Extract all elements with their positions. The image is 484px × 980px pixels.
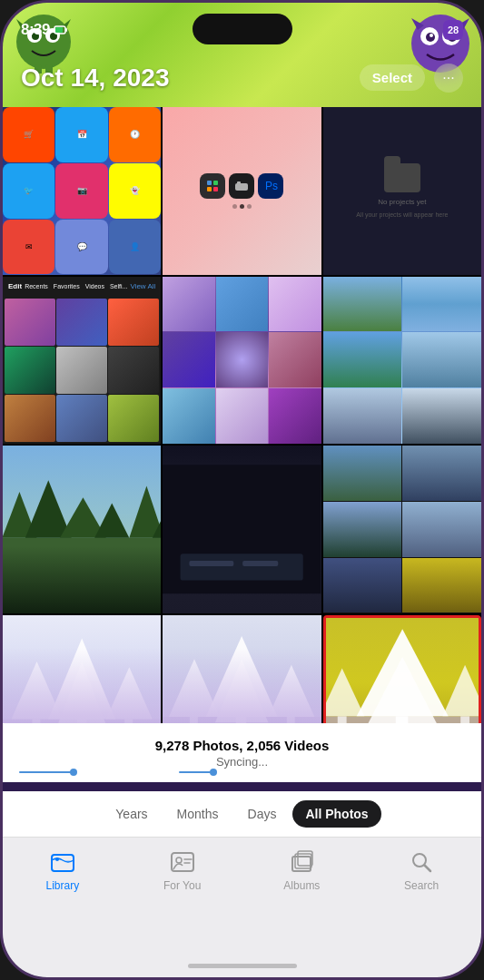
nav-item-albums[interactable]: Albums (274, 848, 329, 892)
albums-icon (289, 849, 314, 875)
pg1 (163, 277, 214, 332)
library-icon-wrapper (49, 848, 76, 876)
svg-marker-39 (57, 661, 105, 724)
thumb1 (5, 299, 55, 346)
app-icon-1: 🛒 (3, 107, 54, 162)
tab-years[interactable]: Years (103, 800, 160, 828)
progress-track-1[interactable] (19, 771, 155, 773)
app-icon-6: 👻 (109, 163, 161, 219)
mg2 (402, 277, 481, 332)
bottom-nav: Library For You (3, 837, 481, 977)
app-icon-2: 📅 (55, 107, 107, 162)
select-button[interactable]: Select (360, 64, 425, 91)
status-left: 8:39 (21, 21, 68, 39)
tg6 (402, 558, 481, 613)
svg-line-71 (425, 866, 431, 872)
tab-all-photos[interactable]: All Photos (292, 800, 380, 828)
pg4 (163, 332, 214, 387)
tg1 (323, 446, 402, 501)
progress-dot-2 (210, 769, 217, 776)
pg3 (269, 277, 321, 332)
photo-cell-3[interactable]: No projects yet All your projects will a… (323, 107, 481, 275)
progress-fill-1 (19, 771, 74, 773)
no-projects-text: No projects yet (374, 198, 430, 206)
svg-rect-34 (190, 561, 234, 566)
playback-bar-1: ▶ (8, 767, 155, 777)
photo-cell-6[interactable] (323, 277, 481, 445)
playback-bar-2: ▶ (168, 767, 315, 777)
nav-item-foryou[interactable]: For You (155, 848, 210, 892)
tab-months[interactable]: Months (164, 800, 232, 828)
pg2 (216, 277, 268, 332)
svg-rect-22 (237, 181, 241, 185)
svg-marker-41 (12, 661, 63, 719)
dark-cell-svg (163, 446, 321, 613)
nav-label-search: Search (404, 879, 439, 892)
photo-grid-container: 🛒 📅 🕐 🐦 📷 👻 ✉ 💬 👤 (3, 107, 481, 782)
mg4 (402, 332, 481, 387)
pg6 (269, 332, 321, 387)
tg3 (323, 502, 402, 557)
svg-marker-48 (215, 659, 269, 722)
battery-icon (54, 23, 68, 37)
progress-track-2[interactable] (179, 771, 315, 773)
svg-rect-17 (207, 181, 212, 185)
photo-cell-8[interactable] (163, 446, 321, 613)
pg9 (269, 388, 321, 444)
thumb3 (108, 299, 159, 346)
nav-label-foryou: For You (163, 879, 201, 892)
photo-cell-9[interactable] (323, 446, 481, 613)
cell2-icon2 (229, 173, 254, 199)
tg5 (323, 558, 402, 613)
svg-point-64 (55, 858, 59, 861)
cell2-icon1 (200, 173, 225, 199)
svg-marker-50 (169, 659, 220, 717)
svg-rect-15 (55, 27, 63, 33)
photo-cell-5[interactable] (163, 277, 321, 445)
dynamic-island (193, 14, 292, 44)
nav-label-albums: Albums (283, 879, 320, 892)
thumb2 (56, 299, 107, 346)
photo-cell-2[interactable]: Ps (163, 107, 321, 275)
photo-cell-4[interactable]: Edit Recents Favorites Videos Selfi... V… (3, 277, 161, 445)
foryou-icon-wrapper (169, 848, 196, 876)
tab-days[interactable]: Days (235, 800, 290, 828)
nav-item-search[interactable]: Search (394, 848, 449, 892)
more-button[interactable]: ··· (434, 64, 463, 93)
pg8 (216, 388, 268, 444)
svg-rect-35 (242, 561, 278, 566)
svg-marker-47 (206, 635, 278, 716)
tg2 (402, 446, 481, 501)
svg-rect-33 (181, 554, 303, 580)
play-icon-1: ▶ (8, 767, 15, 777)
svg-rect-18 (213, 181, 218, 185)
library-icon (50, 849, 75, 875)
dot2 (240, 204, 244, 209)
app-icon-3: 🕐 (109, 107, 161, 162)
app-icon-5: 📷 (55, 163, 107, 219)
svg-rect-19 (207, 187, 212, 191)
albums-icon-wrapper (288, 848, 315, 876)
thumb5 (56, 347, 107, 394)
photo-count: 9,278 Photos, 2,056 Videos (155, 738, 329, 753)
header-date: Oct 14, 2023 (21, 64, 169, 93)
svg-point-66 (176, 858, 182, 863)
app-icon-7: ✉ (3, 220, 54, 275)
header-actions: Select ··· (360, 64, 463, 93)
svg-rect-65 (172, 853, 193, 871)
mg5 (323, 388, 402, 444)
home-indicator (188, 964, 297, 968)
pg7 (163, 388, 214, 444)
app-icon-4: 🐦 (3, 163, 54, 219)
svg-text:Ps: Ps (265, 180, 278, 192)
foryou-icon (170, 849, 195, 875)
cell2-icon3: Ps (258, 173, 283, 199)
photo-cell-7[interactable] (3, 446, 161, 613)
no-projects-sub: All your projects will appear here (352, 211, 451, 218)
nav-item-library[interactable]: Library (35, 848, 90, 892)
photo-cell-1[interactable]: 🛒 📅 🕐 🐦 📷 👻 ✉ 💬 👤 (3, 107, 161, 275)
dot3 (247, 204, 252, 209)
view-selector: Years Months Days All Photos (3, 791, 481, 837)
mg1 (323, 277, 402, 332)
notification-badge: 28 (443, 20, 463, 40)
